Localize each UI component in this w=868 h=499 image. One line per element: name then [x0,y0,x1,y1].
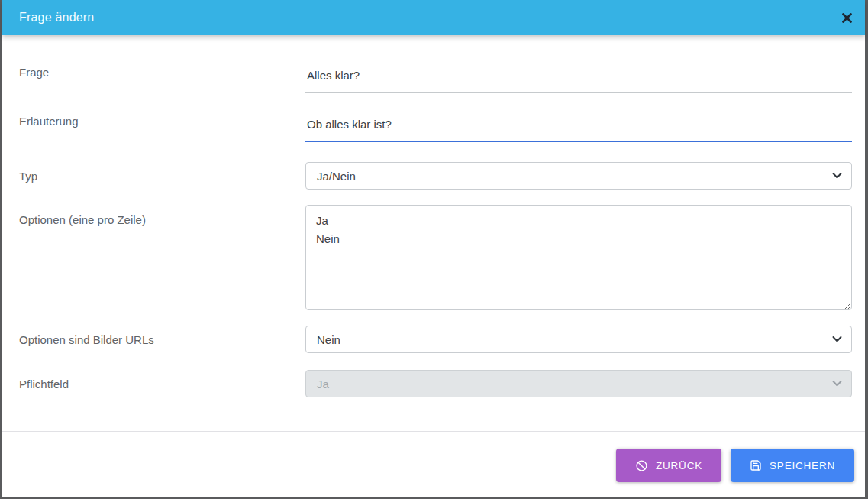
close-icon [841,12,853,24]
form-row-frage: Frage [2,63,865,93]
dialog: Frage ändern Frage Erläuterung Typ [2,0,865,497]
image-urls-select[interactable]: Nein [305,326,852,353]
form-row-erlaeuterung: Erläuterung [2,112,865,142]
field-label: Pflichtfeld [2,377,305,390]
type-select[interactable]: Ja/Nein [305,162,852,190]
type-select-value: Ja/Nein [317,170,356,183]
form-row-optionen: Optionen (eine pro Zeile) Ja Nein [2,205,865,310]
form-row-typ: Typ Ja/Nein [2,162,865,190]
back-button-label: ZURÜCK [656,460,702,471]
options-textarea[interactable]: Ja Nein [305,205,852,310]
field-label: Erläuterung [2,112,305,142]
field-label: Frage [2,63,305,93]
required-select: Ja [305,370,852,397]
required-select-value: Ja [317,377,329,390]
save-button-label: SPEICHERN [770,460,835,471]
close-button[interactable] [836,7,857,28]
save-button[interactable]: SPEICHERN [731,449,854,482]
dialog-title: Frage ändern [19,11,94,24]
dialog-header: Frage ändern [2,0,865,35]
form-row-pflichtfeld: Pflichtfeld Ja [2,370,865,397]
dialog-footer: ZURÜCK SPEICHERN [2,433,865,497]
field-label: Optionen (eine pro Zeile) [2,205,305,226]
explanation-input[interactable] [305,112,852,142]
back-button[interactable]: ZURÜCK [616,449,721,482]
save-icon [750,459,762,471]
footer-divider [2,431,865,432]
dialog-body: Frage Erläuterung Typ Ja/Nein [2,35,865,433]
field-label: Typ [2,170,305,183]
field-label: Optionen sind Bilder URLs [2,333,305,346]
question-input[interactable] [305,63,852,93]
ban-icon [635,459,648,472]
form-row-bilder-urls: Optionen sind Bilder URLs Nein [2,326,865,353]
chevron-down-icon [832,336,842,343]
chevron-down-icon [832,173,842,180]
chevron-down-icon [832,381,842,387]
image-urls-select-value: Nein [317,333,340,346]
